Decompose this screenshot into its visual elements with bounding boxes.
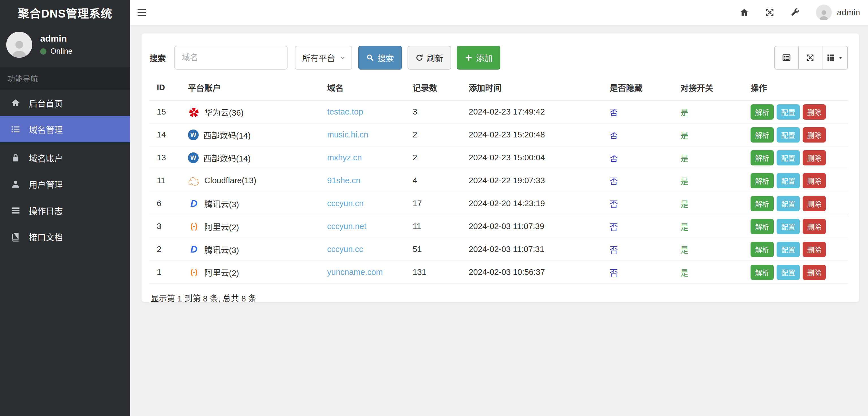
refresh-button[interactable]: 刷新 [407,46,451,70]
删除-button[interactable]: 删除 [803,265,826,280]
cell-added-time: 2024-02-23 15:20:48 [461,123,602,146]
app-title[interactable]: 聚合DNS管理系统 [0,0,130,26]
sidebar-item-操作日志[interactable]: 操作日志 [0,197,130,223]
fullscreen-icon[interactable] [765,8,775,17]
domain-link[interactable]: 91she.cn [327,176,361,185]
cell-added-time: 2024-02-23 17:49:42 [461,100,602,123]
detail-view-button[interactable] [774,46,799,70]
integration-switch-toggle[interactable]: 是 [680,223,688,232]
cell-platform: W西部数码(14) [181,146,320,169]
hidden-toggle[interactable]: 否 [610,223,618,232]
删除-button[interactable]: 删除 [803,150,826,166]
删除-button[interactable]: 删除 [803,242,826,257]
home-icon[interactable] [740,8,749,17]
cell-id: 2 [149,238,181,261]
sidebar-item-域名账户[interactable]: 域名账户 [0,144,130,171]
删除-button[interactable]: 删除 [803,127,826,142]
domain-link[interactable]: testae.top [327,107,363,116]
hidden-toggle[interactable]: 否 [610,108,618,117]
domain-link[interactable]: cccyun.cc [327,245,363,254]
删除-button[interactable]: 删除 [803,104,826,119]
chevron-down-icon [340,55,346,61]
integration-switch-toggle[interactable]: 是 [680,108,688,117]
domain-link[interactable]: mxhyz.cn [327,153,362,162]
columns-dropdown-button[interactable] [822,46,848,70]
integration-switch-toggle[interactable]: 是 [680,246,688,255]
table-row: 14W西部数码(14)music.hi.cn22024-02-23 15:20:… [149,123,848,146]
domain-link[interactable]: music.hi.cn [327,130,368,139]
platform-select[interactable]: 所有平台 [295,46,352,70]
column-header-域名: 域名 [320,80,405,100]
配置-button[interactable]: 配置 [777,127,800,142]
hidden-toggle[interactable]: 否 [610,177,618,186]
cell-domain: 91she.cn [320,169,405,192]
cell-domain: testae.top [320,100,405,123]
integration-switch-toggle[interactable]: 是 [680,269,688,278]
wrench-icon[interactable] [790,8,800,17]
avatar [6,32,32,58]
domain-link[interactable]: yuncname.com [327,268,383,277]
hamburger-icon[interactable] [137,8,147,17]
cell-id: 6 [149,192,181,215]
fullscreen-table-button[interactable] [798,46,823,70]
integration-switch-toggle[interactable]: 是 [680,177,688,186]
配置-button[interactable]: 配置 [777,242,800,257]
add-button[interactable]: 添加 [457,46,500,70]
person-avatar-icon [818,8,830,20]
hidden-toggle[interactable]: 否 [610,200,618,209]
domain-link[interactable]: cccyun.cn [327,199,364,208]
sidebar-item-域名管理[interactable]: 域名管理 [0,116,130,142]
column-header-ID: ID [149,80,181,100]
app-layout: 聚合DNS管理系统 admin Online 功能导航 后台首页域名管理域名账户… [0,0,868,416]
cell-actions: 解析配置删除 [743,238,848,261]
table-row: 15✿华为云(36)testae.top32024-02-23 17:49:42… [149,100,848,123]
cell-actions: 解析配置删除 [743,215,848,238]
table-row: 3(-)阿里云(2)cccyun.net112024-02-03 11:07:3… [149,215,848,238]
解析-button[interactable]: 解析 [750,219,774,234]
sidebar-item-接口文档[interactable]: 接口文档 [0,223,130,250]
配置-button[interactable]: 配置 [777,219,800,234]
table-toolbar: 搜索 所有平台 搜索 刷新 [149,46,848,70]
解析-button[interactable]: 解析 [750,127,774,142]
解析-button[interactable]: 解析 [750,173,774,188]
sidebar-item-用户管理[interactable]: 用户管理 [0,171,130,197]
domain-link[interactable]: cccyun.net [327,222,367,231]
integration-switch-toggle[interactable]: 是 [680,131,688,140]
cell-added-time: 2024-02-03 11:07:39 [461,215,602,238]
cell-domain: cccyun.cc [320,238,405,261]
解析-button[interactable]: 解析 [750,265,774,280]
解析-button[interactable]: 解析 [750,242,774,257]
配置-button[interactable]: 配置 [777,150,800,166]
table-row: 2D腾讯云(3)cccyun.cc512024-02-03 11:07:31否是… [149,238,848,261]
解析-button[interactable]: 解析 [750,150,774,166]
column-header-添加时间: 添加时间 [461,80,602,100]
topbar-right: admin [740,4,860,20]
platform-label: 阿里云(2) [204,267,239,278]
domain-search-input[interactable] [174,46,287,70]
配置-button[interactable]: 配置 [777,196,800,211]
search-button[interactable]: 搜索 [358,46,402,70]
hidden-toggle[interactable]: 否 [610,269,618,278]
cell-switch: 是 [673,215,743,238]
topbar-user-menu[interactable]: admin [816,4,860,20]
解析-button[interactable]: 解析 [750,104,774,119]
platform-label: 阿里云(2) [204,220,239,233]
配置-button[interactable]: 配置 [777,104,800,119]
hidden-toggle[interactable]: 否 [610,154,618,163]
删除-button[interactable]: 删除 [803,196,826,211]
user-icon [11,179,22,189]
table-view-buttons [774,46,848,70]
sidebar-item-后台首页[interactable]: 后台首页 [0,90,130,116]
配置-button[interactable]: 配置 [777,265,800,280]
cell-records: 131 [405,261,461,284]
解析-button[interactable]: 解析 [750,196,774,211]
integration-switch-toggle[interactable]: 是 [680,154,688,163]
删除-button[interactable]: 删除 [803,219,826,234]
platform-label: 西部数码(14) [203,152,251,164]
删除-button[interactable]: 删除 [803,173,826,188]
integration-switch-toggle[interactable]: 是 [680,200,688,209]
hidden-toggle[interactable]: 否 [610,246,618,255]
配置-button[interactable]: 配置 [777,173,800,188]
hidden-toggle[interactable]: 否 [610,131,618,140]
cell-platform: (-)阿里云(2) [181,215,320,238]
